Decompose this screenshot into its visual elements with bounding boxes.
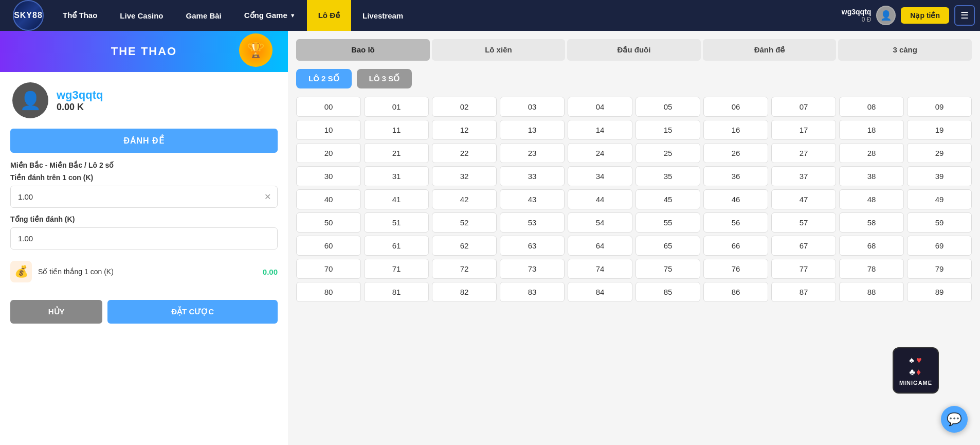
number-cell-29[interactable]: 29 bbox=[907, 143, 972, 163]
number-cell-23[interactable]: 23 bbox=[500, 143, 565, 163]
clear-bet-icon[interactable]: ✕ bbox=[258, 192, 277, 202]
number-cell-89[interactable]: 89 bbox=[907, 282, 972, 302]
number-cell-83[interactable]: 83 bbox=[500, 282, 565, 302]
number-cell-84[interactable]: 84 bbox=[568, 282, 632, 302]
number-cell-39[interactable]: 39 bbox=[907, 166, 972, 186]
number-cell-20[interactable]: 20 bbox=[296, 143, 361, 163]
number-cell-63[interactable]: 63 bbox=[500, 236, 565, 256]
number-cell-76[interactable]: 76 bbox=[703, 259, 768, 279]
number-cell-57[interactable]: 57 bbox=[771, 212, 836, 233]
number-cell-78[interactable]: 78 bbox=[839, 259, 904, 279]
number-cell-70[interactable]: 70 bbox=[296, 259, 361, 279]
number-cell-88[interactable]: 88 bbox=[839, 282, 904, 302]
menu-icon-button[interactable]: ☰ bbox=[954, 5, 975, 26]
tab-dau-duoi[interactable]: Đầu đuôi bbox=[567, 39, 701, 61]
number-cell-62[interactable]: 62 bbox=[432, 236, 497, 256]
number-cell-41[interactable]: 41 bbox=[364, 189, 429, 209]
number-cell-34[interactable]: 34 bbox=[568, 166, 632, 186]
logo[interactable]: SKY88 bbox=[13, 0, 44, 31]
number-cell-80[interactable]: 80 bbox=[296, 282, 361, 302]
chat-bubble-button[interactable]: 💬 bbox=[941, 406, 968, 433]
number-cell-04[interactable]: 04 bbox=[568, 97, 632, 117]
bet-input[interactable] bbox=[11, 186, 258, 207]
number-cell-53[interactable]: 53 bbox=[500, 212, 565, 233]
number-cell-40[interactable]: 40 bbox=[296, 189, 361, 209]
number-cell-27[interactable]: 27 bbox=[771, 143, 836, 163]
number-cell-09[interactable]: 09 bbox=[907, 97, 972, 117]
number-cell-44[interactable]: 44 bbox=[568, 189, 632, 209]
number-cell-51[interactable]: 51 bbox=[364, 212, 429, 233]
number-cell-00[interactable]: 00 bbox=[296, 97, 361, 117]
number-cell-64[interactable]: 64 bbox=[568, 236, 632, 256]
number-cell-87[interactable]: 87 bbox=[771, 282, 836, 302]
number-cell-75[interactable]: 75 bbox=[636, 259, 700, 279]
number-cell-67[interactable]: 67 bbox=[771, 236, 836, 256]
number-cell-61[interactable]: 61 bbox=[364, 236, 429, 256]
dat-cuoc-button[interactable]: ĐẶT CƯỢC bbox=[107, 300, 278, 324]
number-cell-68[interactable]: 68 bbox=[839, 236, 904, 256]
sub-tab-lo-2-so[interactable]: LÔ 2 SỐ bbox=[296, 69, 352, 88]
number-cell-13[interactable]: 13 bbox=[500, 120, 565, 140]
number-cell-06[interactable]: 06 bbox=[703, 97, 768, 117]
number-cell-31[interactable]: 31 bbox=[364, 166, 429, 186]
number-cell-10[interactable]: 10 bbox=[296, 120, 361, 140]
number-cell-26[interactable]: 26 bbox=[703, 143, 768, 163]
number-cell-15[interactable]: 15 bbox=[636, 120, 700, 140]
number-cell-66[interactable]: 66 bbox=[703, 236, 768, 256]
number-cell-55[interactable]: 55 bbox=[636, 212, 700, 233]
nav-livestream[interactable]: Livestream bbox=[351, 0, 414, 31]
nap-tien-button[interactable]: Nạp tiền bbox=[901, 7, 949, 24]
number-cell-74[interactable]: 74 bbox=[568, 259, 632, 279]
number-cell-14[interactable]: 14 bbox=[568, 120, 632, 140]
number-cell-45[interactable]: 45 bbox=[636, 189, 700, 209]
number-cell-22[interactable]: 22 bbox=[432, 143, 497, 163]
number-cell-12[interactable]: 12 bbox=[432, 120, 497, 140]
sub-tab-lo-3-so[interactable]: LÔ 3 SỐ bbox=[357, 69, 412, 88]
number-cell-82[interactable]: 82 bbox=[432, 282, 497, 302]
number-cell-54[interactable]: 54 bbox=[568, 212, 632, 233]
number-cell-48[interactable]: 48 bbox=[839, 189, 904, 209]
number-cell-50[interactable]: 50 bbox=[296, 212, 361, 233]
number-cell-16[interactable]: 16 bbox=[703, 120, 768, 140]
number-cell-24[interactable]: 24 bbox=[568, 143, 632, 163]
tab-danh-de[interactable]: Đánh đề bbox=[703, 39, 837, 61]
number-cell-17[interactable]: 17 bbox=[771, 120, 836, 140]
nav-cong-game[interactable]: Cổng Game ▼ bbox=[233, 0, 307, 31]
number-cell-81[interactable]: 81 bbox=[364, 282, 429, 302]
mini-game-banner[interactable]: ♠ ♥ ♣ ♦ MINIGAME bbox=[893, 347, 939, 394]
number-cell-01[interactable]: 01 bbox=[364, 97, 429, 117]
number-cell-56[interactable]: 56 bbox=[703, 212, 768, 233]
number-cell-19[interactable]: 19 bbox=[907, 120, 972, 140]
number-cell-86[interactable]: 86 bbox=[703, 282, 768, 302]
number-cell-49[interactable]: 49 bbox=[907, 189, 972, 209]
number-cell-28[interactable]: 28 bbox=[839, 143, 904, 163]
number-cell-47[interactable]: 47 bbox=[771, 189, 836, 209]
number-cell-65[interactable]: 65 bbox=[636, 236, 700, 256]
number-cell-60[interactable]: 60 bbox=[296, 236, 361, 256]
number-cell-37[interactable]: 37 bbox=[771, 166, 836, 186]
number-cell-58[interactable]: 58 bbox=[839, 212, 904, 233]
number-cell-73[interactable]: 73 bbox=[500, 259, 565, 279]
nav-lo-de[interactable]: Lô Đề bbox=[307, 0, 351, 31]
number-cell-77[interactable]: 77 bbox=[771, 259, 836, 279]
nav-game-bai[interactable]: Game Bài bbox=[175, 0, 233, 31]
avatar[interactable]: 👤 bbox=[876, 6, 896, 25]
number-cell-69[interactable]: 69 bbox=[907, 236, 972, 256]
number-cell-32[interactable]: 32 bbox=[432, 166, 497, 186]
number-cell-18[interactable]: 18 bbox=[839, 120, 904, 140]
number-cell-02[interactable]: 02 bbox=[432, 97, 497, 117]
number-cell-03[interactable]: 03 bbox=[500, 97, 565, 117]
number-cell-35[interactable]: 35 bbox=[636, 166, 700, 186]
tab-lo-xien[interactable]: Lô xiên bbox=[432, 39, 566, 61]
number-cell-25[interactable]: 25 bbox=[636, 143, 700, 163]
number-cell-43[interactable]: 43 bbox=[500, 189, 565, 209]
number-cell-08[interactable]: 08 bbox=[839, 97, 904, 117]
number-cell-72[interactable]: 72 bbox=[432, 259, 497, 279]
number-cell-21[interactable]: 21 bbox=[364, 143, 429, 163]
tab-bao-lo[interactable]: Bao lô bbox=[296, 39, 430, 61]
number-cell-59[interactable]: 59 bbox=[907, 212, 972, 233]
number-cell-07[interactable]: 07 bbox=[771, 97, 836, 117]
number-cell-52[interactable]: 52 bbox=[432, 212, 497, 233]
number-cell-71[interactable]: 71 bbox=[364, 259, 429, 279]
number-cell-05[interactable]: 05 bbox=[636, 97, 700, 117]
